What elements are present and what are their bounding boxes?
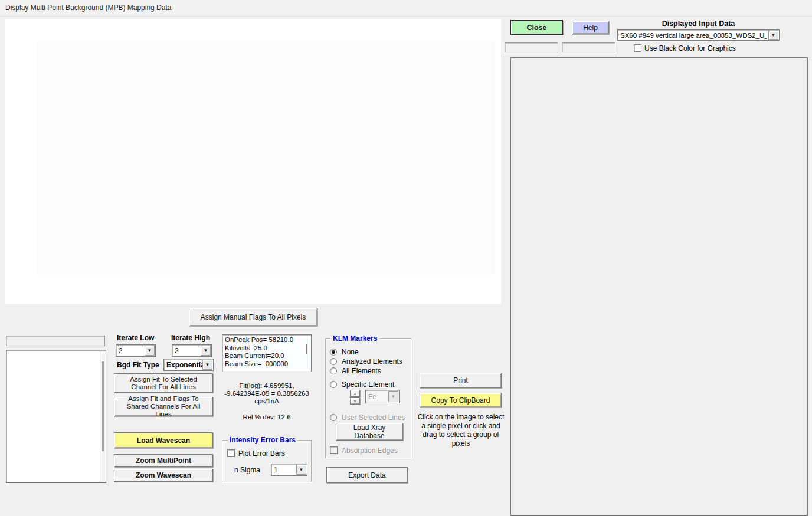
- klm-radio-all-label: All Elements: [342, 367, 381, 375]
- klm-radio-all[interactable]: [330, 367, 337, 374]
- iterate-high-value: 2: [175, 347, 179, 355]
- bgd-fit-type-select[interactable]: Exponential ▼: [163, 359, 214, 371]
- use-black-color-checkbox[interactable]: [634, 44, 641, 52]
- info-scroll-thumb[interactable]: [306, 344, 307, 354]
- intensity-error-bars-group: Intensity Error Bars Plot Error Bars n S…: [222, 440, 312, 482]
- list-scrollbar[interactable]: [100, 351, 106, 482]
- iterate-low-select[interactable]: 2 ▼: [116, 344, 156, 357]
- plot-error-bars-checkbox[interactable]: [227, 449, 235, 457]
- klm-radio-analyzed-label: Analyzed Elements: [342, 357, 402, 366]
- close-button[interactable]: Close: [510, 20, 563, 35]
- fit-result-line2: -9.642394E-05 = 0.3856263: [216, 390, 317, 397]
- klm-radio-analyzed[interactable]: [330, 358, 337, 365]
- bgd-fit-type-value: Exponential: [166, 361, 207, 369]
- klm-markers-title: KLM Markers: [330, 334, 379, 343]
- bse-image-canvas[interactable]: [511, 58, 807, 515]
- klm-radio-specific-label: Specific Element: [342, 380, 394, 389]
- info-line: Beam Current=20.0: [225, 352, 309, 360]
- displayed-input-value: SX60 #949 vertical large area_00853_WDS2…: [620, 32, 767, 39]
- n-sigma-value: 1: [274, 466, 278, 474]
- klm-radio-none-label: None: [342, 348, 359, 356]
- chevron-down-icon[interactable]: ▼: [768, 31, 778, 40]
- chevron-down-icon[interactable]: ▼: [201, 346, 211, 356]
- chart-panel: [5, 19, 501, 304]
- klm-radio-user-selected-label: User Selected Lines: [342, 413, 405, 422]
- bse-image-frame: [510, 57, 808, 516]
- channel-filter-field[interactable]: [6, 336, 105, 346]
- assign-fit-shared-button[interactable]: Assign Fit and Flags To Shared Channels …: [114, 397, 213, 416]
- zoom-wavescan-button[interactable]: Zoom Wavescan: [114, 469, 213, 482]
- intensity-error-bars-title: Intensity Error Bars: [227, 436, 298, 444]
- specific-element-value: Fe: [368, 393, 376, 401]
- n-sigma-select[interactable]: 1 ▼: [271, 464, 307, 476]
- specific-element-select[interactable]: Fe ▼: [365, 390, 400, 403]
- n-sigma-label: n Sigma: [234, 466, 260, 474]
- channel-listbox[interactable]: [6, 350, 106, 483]
- use-black-color-label: Use Black Color for Graphics: [644, 44, 736, 52]
- assign-fit-selected-button[interactable]: Assign Fit To Selected Channel For All L…: [114, 373, 213, 393]
- iterate-low-value: 2: [119, 347, 123, 355]
- print-button[interactable]: Print: [420, 373, 502, 388]
- info-line: Beam Size= .000000: [225, 360, 309, 369]
- absorption-edges-checkbox[interactable]: [330, 446, 338, 454]
- copy-to-clipboard-button[interactable]: Copy To ClipBoard: [420, 393, 502, 407]
- window-titlebar[interactable]: Display Multi Point Background (MPB) Map…: [0, 0, 812, 17]
- list-scrollbar-thumb[interactable]: [102, 361, 104, 451]
- iterate-high-label: Iterate High: [171, 334, 210, 342]
- chevron-down-icon[interactable]: ▼: [296, 465, 306, 475]
- chevron-down-icon[interactable]: ▼: [145, 346, 155, 356]
- export-data-button[interactable]: Export Data: [326, 467, 408, 483]
- iterate-low-label: Iterate Low: [117, 334, 154, 342]
- aux-field-2[interactable]: [562, 42, 615, 52]
- aux-field-1[interactable]: [505, 42, 558, 52]
- image-hint-text: Click on the image to select a single pi…: [415, 413, 506, 448]
- fit-result-text: Fit(log): 4.659951, -9.642394E-05 = 0.38…: [216, 382, 317, 405]
- mpb-window: Display Multi Point Background (MPB) Map…: [0, 0, 812, 516]
- plot-error-bars-label: Plot Error Bars: [238, 449, 285, 458]
- assign-manual-flags-button[interactable]: Assign Manual Flags To All Pixels: [189, 308, 317, 326]
- zoom-multipoint-button[interactable]: Zoom MultiPoint: [114, 454, 213, 467]
- klm-radio-none[interactable]: [330, 349, 337, 356]
- klm-radio-user-selected[interactable]: [330, 414, 337, 421]
- onpeak-info-box[interactable]: OnPeak Pos= 58210.0 Kilovolts=25.0 Beam …: [222, 334, 312, 372]
- klm-radio-specific[interactable]: [330, 381, 337, 388]
- spinner-down-button[interactable]: ▼: [350, 397, 360, 405]
- iterate-high-select[interactable]: 2 ▼: [172, 344, 212, 357]
- fit-result-line1: Fit(log): 4.659951,: [216, 382, 317, 390]
- displayed-input-select[interactable]: SX60 #949 vertical large area_00853_WDS2…: [617, 29, 780, 41]
- bgd-fit-type-label: Bgd Fit Type: [117, 361, 159, 369]
- fit-result-line3: cps/1nA: [216, 397, 317, 405]
- info-line: Kilovolts=25.0: [225, 344, 309, 353]
- info-line: OnPeak Pos= 58210.0: [225, 336, 309, 344]
- chevron-down-icon[interactable]: ▼: [388, 391, 398, 402]
- klm-markers-group: KLM Markers None Analyzed Elements All E…: [325, 338, 411, 458]
- mpb-chart[interactable]: [5, 19, 501, 304]
- rel-dev-text: Rel % dev: 12.6: [216, 413, 317, 420]
- window-title: Display Multi Point Background (MPB) Map…: [5, 4, 171, 12]
- load-wavescan-button[interactable]: Load Wavescan: [114, 432, 213, 448]
- chevron-down-icon[interactable]: ▼: [202, 360, 212, 370]
- spinner-up-button[interactable]: ▲: [350, 390, 360, 397]
- help-button[interactable]: Help: [572, 21, 609, 34]
- load-xray-database-button[interactable]: Load Xray Database: [336, 423, 403, 441]
- displayed-input-label: Displayed Input Data: [617, 19, 780, 28]
- absorption-edges-label: Absorption Edges: [342, 446, 398, 455]
